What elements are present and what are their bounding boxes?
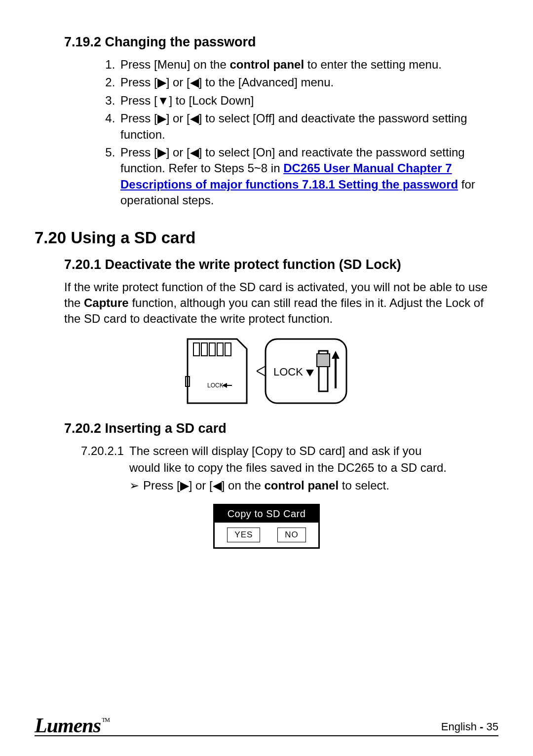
step-2: Press [▶] or [◀] to the [Advanced] menu.	[118, 75, 498, 90]
svg-rect-13	[317, 354, 330, 367]
svg-marker-15	[332, 351, 340, 359]
dialog-yes-button[interactable]: YES	[227, 528, 260, 542]
bullet-marker: ➢	[129, 478, 143, 493]
sub-line2: would like to copy the files saved in th…	[35, 460, 498, 476]
sd-lock-label-big: LOCK	[273, 366, 303, 378]
heading-7-20-1: 7.20.1 Deactivate the write protect func…	[35, 257, 498, 272]
footer-lang: English	[441, 720, 477, 733]
heading-7-20-2: 7.20.2 Inserting a SD card	[35, 421, 498, 436]
sub-number: 7.20.2.1	[81, 443, 129, 459]
svg-marker-11	[306, 370, 314, 377]
bullet-pre: Press [▶] or [◀] on the	[143, 479, 264, 492]
step-1-pre: Press [Menu] on the	[120, 58, 229, 71]
svg-rect-4	[225, 343, 231, 356]
brand-tm: TM	[102, 717, 110, 723]
step-1: Press [Menu] on the control panel to ent…	[118, 57, 498, 73]
step-1-post: to enter the setting menu.	[304, 58, 442, 71]
step-1-bold: control panel	[229, 58, 304, 71]
sd-lock-label-small: LOCK	[207, 382, 224, 389]
bullet-bold: control panel	[264, 479, 339, 492]
sd-lock-diagram: LOCK LOCK	[35, 334, 498, 408]
copy-to-sd-dialog: Copy to SD Card YES NO	[213, 504, 320, 549]
dialog-body: YES NO	[215, 523, 318, 547]
step-5: Press [▶] or [◀] to select [On] and reac…	[118, 145, 498, 209]
bullet-post: to select.	[339, 479, 389, 492]
svg-rect-2	[209, 343, 215, 356]
paragraph-7-20-1: If the write protect function of the SD …	[35, 279, 498, 327]
sub-7-20-2-1: 7.20.2.1The screen will display [Copy to…	[35, 443, 498, 459]
brand-text: Lumens	[35, 714, 101, 737]
svg-rect-1	[201, 343, 207, 356]
dialog-no-button[interactable]: NO	[277, 528, 306, 542]
sd-card-icon: LOCK	[183, 334, 252, 408]
heading-7-19-2: 7.19.2 Changing the password	[35, 35, 498, 50]
document-page: 7.19.2 Changing the password Press [Menu…	[0, 0, 533, 756]
svg-rect-3	[217, 343, 223, 356]
svg-rect-0	[193, 343, 199, 356]
page-footer: LumensTM English - 35	[35, 718, 498, 736]
step-4: Press [▶] or [◀] to select [Off] and dea…	[118, 111, 498, 143]
svg-line-8	[257, 366, 266, 371]
para-bold: Capture	[84, 296, 129, 309]
lock-detail-icon: LOCK	[257, 334, 350, 408]
page-number: English - 35	[441, 720, 498, 733]
steps-7-19-2: Press [Menu] on the control panel to ent…	[35, 57, 498, 209]
svg-line-9	[257, 371, 266, 376]
bullet-7-20-2-1: ➢Press [▶] or [◀] on the control panel t…	[35, 478, 498, 493]
dialog-title: Copy to SD Card	[215, 505, 318, 523]
brand-logo: LumensTM	[35, 714, 109, 737]
sub-line1: The screen will display [Copy to SD card…	[129, 444, 421, 457]
step-3: Press [▼] to [Lock Down]	[118, 93, 498, 109]
heading-7-20: 7.20 Using a SD card	[35, 228, 498, 247]
footer-sep: -	[477, 720, 487, 733]
footer-page: 35	[487, 720, 498, 733]
